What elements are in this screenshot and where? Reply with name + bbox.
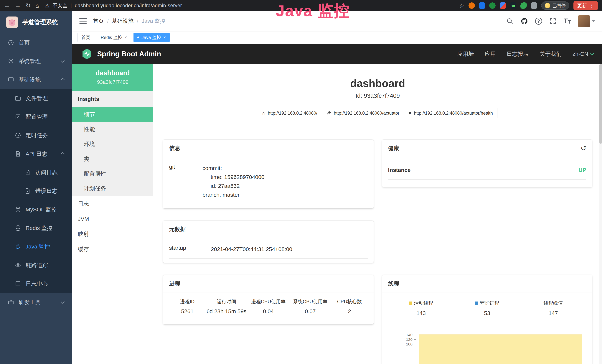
- sidebar-item-tracing[interactable]: 链路追踪: [0, 256, 72, 274]
- sba-item-details[interactable]: 细节: [72, 107, 153, 122]
- sba-item-performance[interactable]: 性能: [72, 122, 153, 137]
- tab-java-monitor[interactable]: Java 监控 ×: [133, 33, 170, 42]
- sidebar-item-home[interactable]: 首页: [0, 33, 72, 52]
- sba-sidebar: dashboard 93a3fc7f7409 Insights 细节 性能 环境…: [72, 64, 153, 364]
- paused-badge[interactable]: 已暂停: [541, 1, 569, 10]
- extension-icon[interactable]: [479, 2, 485, 9]
- service-url-link[interactable]: ⌂ http://192.168.0.2:48080/: [258, 108, 322, 118]
- history-icon[interactable]: ↺: [581, 144, 586, 152]
- sba-item-jvm[interactable]: JVM: [72, 211, 153, 226]
- card-title: 线程: [388, 280, 399, 288]
- tab-label: Redis 监控: [101, 34, 122, 40]
- sidebar-item-mysql[interactable]: MySQL 监控: [0, 200, 72, 219]
- sba-nav-applications[interactable]: 应用: [485, 50, 496, 58]
- gear-icon: [8, 58, 14, 64]
- sidebar-item-api-log[interactable]: API 日志: [0, 145, 72, 163]
- actuator-url-link[interactable]: http://192.168.0.2:48080/actuator: [322, 108, 404, 118]
- sidebar-item-cron[interactable]: 定时任务: [0, 126, 72, 145]
- health-url-link[interactable]: ♥ http://192.168.0.2:48080/actuator/heal…: [404, 108, 497, 118]
- sba-navbar: Spring Boot Admin 应用墙 应用 日志报表 关于我们 zh-CN: [72, 44, 602, 64]
- sidebar-item-devtools[interactable]: 研发工具: [0, 293, 72, 311]
- scrollbar[interactable]: [599, 64, 602, 364]
- insights-section: Insights 细节 性能 环境 类 配置属性 计划任务: [72, 91, 153, 196]
- refresh-icon[interactable]: ↻: [26, 3, 31, 9]
- sba-item-logs[interactable]: 日志: [72, 196, 153, 211]
- extension-icon[interactable]: [469, 2, 475, 9]
- app-sidebar: 芋道管理系统 首页 系统管理 基础设施 文件管理: [0, 11, 72, 364]
- info-value: commit: time: 1596289704000 id: 27aa832 …: [203, 164, 264, 199]
- sidebar-item-file-mgmt[interactable]: 文件管理: [0, 89, 72, 107]
- extension-puzzle-icon[interactable]: [531, 2, 537, 9]
- extension-on-icon[interactable]: on: [510, 2, 516, 9]
- content-column: 首页 / 基础设施 / Java 监控 ? T T: [72, 11, 602, 364]
- address-bar[interactable]: ⚠ 不安全 | dashboard.yudao.iocoder.cn/infra…: [45, 2, 182, 9]
- security-warning-icon: ⚠: [45, 3, 50, 9]
- sba-nav-about[interactable]: 关于我们: [539, 50, 562, 58]
- sidebar-item-java-monitor[interactable]: Java 监控: [0, 237, 72, 256]
- chevron-up-icon: [61, 152, 65, 156]
- breadcrumb-infra[interactable]: 基础设施: [112, 17, 133, 25]
- fullscreen-icon[interactable]: [549, 17, 557, 25]
- scrollbar-thumb[interactable]: [599, 64, 602, 144]
- breadcrumb-separator: /: [107, 18, 109, 24]
- extension-icon[interactable]: [520, 2, 527, 9]
- metadata-row: startup 2021-04-27T00:44:31.254+08:00: [169, 239, 368, 259]
- language-selector[interactable]: zh-CN: [572, 51, 593, 57]
- sidebar-item-access-log[interactable]: 访问日志: [0, 163, 72, 182]
- document-icon: [24, 188, 31, 194]
- process-col: 系统CPU使用率 0.07: [289, 298, 331, 314]
- url-text: dashboard.yudao.iocoder.cn/infra/admin-s…: [75, 3, 182, 9]
- instance-name: dashboard: [72, 69, 153, 77]
- browser-menu-icon[interactable]: ⋮: [589, 3, 594, 9]
- sidebar-item-redis[interactable]: Redis 监控: [0, 219, 72, 237]
- bookmark-star-icon[interactable]: ☆: [459, 3, 464, 9]
- update-button[interactable]: 更新 ⋮: [573, 1, 598, 11]
- font-size-icon[interactable]: T T: [564, 18, 571, 24]
- sba-nav-journal[interactable]: 日志报表: [506, 50, 529, 58]
- metadata-value: 2021-04-27T00:44:31.254+08:00: [211, 245, 292, 254]
- sidebar-item-system[interactable]: 系统管理: [0, 52, 72, 70]
- github-icon[interactable]: [521, 17, 528, 25]
- help-icon[interactable]: ?: [535, 18, 542, 25]
- avatar[interactable]: [578, 15, 590, 27]
- tab-redis-monitor[interactable]: Redis 监控 ×: [97, 33, 131, 42]
- process-header: 进程CPU使用率: [247, 298, 290, 305]
- cards-grid: 信息 git commit: time: 1596289704000 id: 2…: [153, 140, 602, 364]
- sidebar-item-infra[interactable]: 基础设施: [0, 70, 72, 89]
- legend-swatch-daemon: [475, 301, 478, 305]
- sba-logo-icon[interactable]: [81, 48, 93, 60]
- sidebar-item-config-mgmt[interactable]: 配置管理: [0, 107, 72, 126]
- app-logo[interactable]: 芋道管理系统: [0, 11, 72, 33]
- sba-brand-title[interactable]: Spring Boot Admin: [97, 50, 161, 58]
- close-icon[interactable]: ×: [124, 35, 127, 40]
- sba-nav-wallboard[interactable]: 应用墙: [457, 50, 474, 58]
- sidebar-item-error-log[interactable]: 错误日志: [0, 182, 72, 200]
- sba-item-scheduled-tasks[interactable]: 计划任务: [72, 181, 153, 196]
- browser-actions: ☆ on 已暂停 更新 ⋮: [459, 1, 598, 11]
- sba-item-mappings[interactable]: 映射: [72, 226, 153, 242]
- extension-icon[interactable]: [500, 2, 506, 9]
- search-icon[interactable]: [506, 17, 514, 25]
- back-icon[interactable]: ←: [4, 3, 10, 9]
- breadcrumb-home[interactable]: 首页: [93, 17, 104, 25]
- card-body: Instance UP: [382, 157, 592, 187]
- paused-label: 已暂停: [552, 3, 566, 9]
- sba-item-caches[interactable]: 缓存: [72, 242, 153, 257]
- sba-item-configprops[interactable]: 配置属性: [72, 166, 153, 181]
- tab-home[interactable]: 首页: [77, 33, 94, 42]
- sidebar-item-log-center[interactable]: 日志中心: [0, 274, 72, 293]
- user-menu[interactable]: [578, 15, 595, 27]
- sba-instance-header[interactable]: dashboard 93a3fc7f7409: [72, 64, 153, 91]
- extension-icon[interactable]: [489, 2, 495, 9]
- process-header: 进程ID: [169, 298, 206, 305]
- sba-item-environment[interactable]: 环境: [72, 137, 153, 151]
- close-icon[interactable]: ×: [163, 35, 166, 40]
- info-row-git: git commit: time: 1596289704000 id: 27aa…: [169, 158, 368, 204]
- legend-value: 53: [454, 310, 520, 316]
- hamburger-icon[interactable]: [79, 18, 87, 24]
- sba-item-classes[interactable]: 类: [72, 151, 153, 166]
- monitor-icon: [8, 76, 14, 83]
- status-badge: UP: [579, 167, 586, 173]
- browser-home-icon[interactable]: ⌂: [35, 3, 39, 9]
- forward-icon[interactable]: →: [15, 3, 21, 9]
